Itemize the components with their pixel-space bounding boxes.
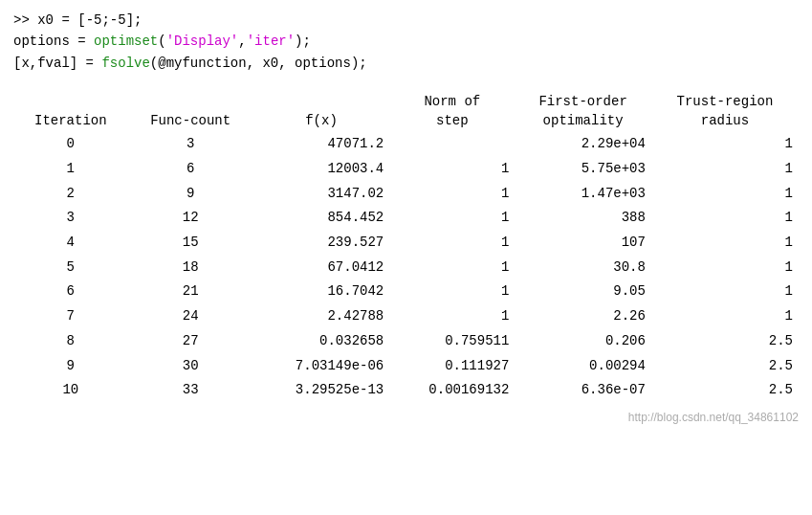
table-cell: 2.5 [651,329,799,354]
table-cell: 1 [389,206,515,231]
table-cell: 4 [13,231,128,256]
table-cell: 1 [389,231,515,256]
paren-open: ( [158,34,165,49]
code-block: >> x0 = [-5;-5]; options = optimset('Dis… [13,10,799,74]
table-row: 10333.29525e-130.001691326.36e-072.5 [13,378,799,403]
table-cell: 1 [13,157,128,182]
table-cell: 0.00169132 [389,378,515,403]
table-row: 312854.45213881 [13,206,799,231]
table-cell: 0.032658 [253,329,390,354]
code-text: x0 = [-5;-5]; [37,12,142,28]
equals: = [70,34,94,49]
table-cell: 3 [128,132,253,157]
table-row: 293147.0211.47e+031 [13,182,799,207]
table-cell: 107 [515,231,651,256]
table-cell [389,132,515,157]
table-cell: 21 [128,280,253,304]
table-cell: 1 [389,256,515,280]
watermark: http://blog.csdn.net/qq_34861102 [13,411,799,424]
table-cell: 2 [13,182,128,207]
table-cell: 8 [13,329,128,354]
table-cell: 239.527 [253,231,390,256]
table-header-row: Iteration Func-count f(x) Norm ofstep Fi… [13,91,799,132]
table-cell: 3.29525e-13 [253,378,390,403]
code-line-2: options = optimset('Display','iter'); [13,31,799,52]
func-optimset: optimset [94,34,158,49]
table-cell: 10 [13,378,128,403]
str-iter: 'iter' [247,34,295,49]
table-row: 51867.0412130.81 [13,256,799,280]
prompt: >> [13,12,37,28]
table-cell: 0.00294 [515,354,651,379]
table-cell: 1 [389,157,515,182]
table-cell: 854.452 [253,206,390,231]
col-header-norm-step: Norm ofstep [389,91,515,132]
table-cell: 1 [651,231,799,256]
table-cell: 47071.2 [253,132,390,157]
table-row: 7242.4278812.261 [13,304,799,329]
str-display: 'Display' [166,34,239,49]
table-cell: 30.8 [515,256,651,280]
table-cell: 7.03149e-06 [253,354,390,379]
table-cell: 15 [128,231,253,256]
table-cell: 9 [13,354,128,379]
table-cell: 12003.4 [253,157,390,182]
table-cell: 12 [128,206,253,231]
col-header-trust-region: Trust-regionradius [651,91,799,132]
table-cell: 6.36e-07 [515,378,651,403]
table-cell: 3 [13,206,128,231]
table-row: 415239.52711071 [13,231,799,256]
code-line-1: >> x0 = [-5;-5]; [13,10,799,31]
code-line-3: [x,fval] = fsolve(@myfunction, x0, optio… [13,53,799,74]
table-row: 9307.03149e-060.1119270.002942.5 [13,354,799,379]
table-cell: 388 [515,206,651,231]
table-cell: 1 [651,206,799,231]
table-cell: 1 [651,256,799,280]
table-cell: 67.0412 [253,256,390,280]
table-cell: 1 [651,182,799,207]
table-cell: 1.47e+03 [515,182,651,207]
table-cell: 3147.02 [253,182,390,207]
table-cell: 5.75e+03 [515,157,651,182]
col-header-first-order: First-orderoptimality [515,91,651,132]
iteration-table: Iteration Func-count f(x) Norm ofstep Fi… [13,91,799,403]
table-row: 62116.704219.051 [13,280,799,304]
table-cell: 24 [128,304,253,329]
col-header-iteration: Iteration [13,91,128,132]
var-options: options [13,34,70,49]
table-cell: 2.5 [651,378,799,403]
table-cell: 6 [13,280,128,304]
table-cell: 33 [128,378,253,403]
col-header-fx: f(x) [253,91,390,132]
table-cell: 1 [389,304,515,329]
table-cell: 1 [389,280,515,304]
table-cell: 1 [651,132,799,157]
table-cell: 27 [128,329,253,354]
table-cell: 0.206 [515,329,651,354]
table-cell: 9.05 [515,280,651,304]
table-row: 8270.0326580.7595110.2062.5 [13,329,799,354]
table-cell: 2.42788 [253,304,390,329]
func-fsolve: fsolve [101,56,149,71]
table-cell: 0 [13,132,128,157]
table-row: 1612003.415.75e+031 [13,157,799,182]
table-cell: 16.7042 [253,280,390,304]
table-cell: 1 [651,280,799,304]
table-cell: 7 [13,304,128,329]
table-cell: 0.111927 [389,354,515,379]
table-cell: 1 [389,182,515,207]
iteration-table-section: Iteration Func-count f(x) Norm ofstep Fi… [13,91,799,403]
table-cell: 18 [128,256,253,280]
table-cell: 2.26 [515,304,651,329]
output-vars: [x,fval] = [13,56,101,71]
table-cell: 2.5 [651,354,799,379]
paren-close: ); [295,34,311,49]
table-cell: 5 [13,256,128,280]
col-header-func-count: Func-count [128,91,253,132]
comma: , [238,34,246,49]
table-body: 0347071.22.29e+0411612003.415.75e+031293… [13,132,799,403]
table-cell: 0.759511 [389,329,515,354]
table-row: 0347071.22.29e+041 [13,132,799,157]
table-cell: 30 [128,354,253,379]
table-cell: 1 [651,304,799,329]
